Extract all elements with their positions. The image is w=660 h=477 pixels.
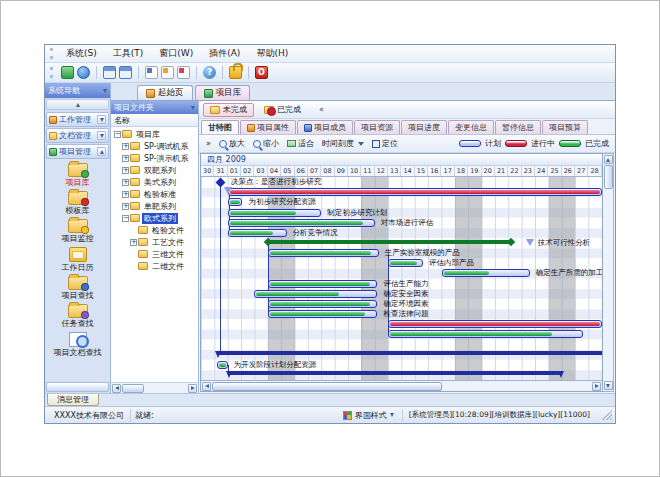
gantt-toolbar-缩小[interactable]: 缩小 bbox=[250, 137, 282, 150]
task-bar[interactable] bbox=[268, 300, 378, 308]
menubar-grip[interactable] bbox=[50, 48, 53, 59]
task-bar[interactable] bbox=[442, 269, 530, 277]
menu-item-系统(S)[interactable]: 系统(S) bbox=[58, 46, 105, 60]
scroll-thumb[interactable] bbox=[122, 384, 144, 393]
report-red-icon[interactable] bbox=[177, 66, 190, 79]
sidebar-item-项目库[interactable]: 项目库 bbox=[45, 161, 110, 189]
gantt-tab-变更信息[interactable]: 变更信息 bbox=[448, 120, 494, 134]
sidebar-item-项目查找[interactable]: 项目查找 bbox=[45, 274, 110, 302]
tree-node-工艺文件[interactable]: +工艺文件 bbox=[111, 236, 198, 248]
gantt-toolbar-定位[interactable]: 定位 bbox=[369, 137, 401, 150]
tree-node-欧式系列[interactable]: −欧式系列 bbox=[111, 212, 198, 224]
task-bar[interactable] bbox=[268, 310, 378, 318]
sidebar-collapsed-section[interactable] bbox=[46, 382, 109, 392]
gantt-tab-项目进度[interactable]: 项目进度 bbox=[401, 120, 447, 134]
tree-node-美式系列[interactable]: +美式系列 bbox=[111, 176, 198, 188]
gantt-toolbar-时间刻度[interactable]: 时间刻度 bbox=[319, 137, 367, 150]
filter-button-未完成[interactable]: 未完成 bbox=[203, 103, 254, 117]
menu-item-窗口(W)[interactable]: 窗口(W) bbox=[151, 46, 201, 60]
gantt-tab-甘特图[interactable]: 甘特图 bbox=[201, 120, 239, 134]
section-toggle-button[interactable] bbox=[97, 115, 106, 124]
sidebar-section-工作管理[interactable]: 工作管理 bbox=[46, 112, 109, 127]
exit-icon[interactable] bbox=[255, 66, 268, 79]
task-bar[interactable] bbox=[228, 188, 602, 196]
task-bar[interactable] bbox=[268, 280, 378, 288]
gantt-vertical-scrollbar[interactable] bbox=[603, 153, 614, 392]
report-orange-icon[interactable] bbox=[161, 66, 174, 79]
task-bar[interactable] bbox=[228, 219, 375, 227]
scroll-right-button[interactable] bbox=[188, 384, 197, 393]
completed-summary-bar[interactable] bbox=[268, 240, 511, 244]
expand-icon[interactable]: + bbox=[122, 143, 129, 150]
tree-horizontal-scrollbar[interactable] bbox=[111, 382, 198, 393]
doc-tab-起始页[interactable]: 起始页 bbox=[137, 85, 193, 100]
task-bar[interactable] bbox=[388, 259, 423, 267]
gantt-tab-暂停信息[interactable]: 暂停信息 bbox=[495, 120, 541, 134]
ui-style-button[interactable]: 界面样式 bbox=[339, 410, 398, 421]
menu-item-帮助(H)[interactable]: 帮助(H) bbox=[248, 46, 296, 60]
window-tile-icon[interactable] bbox=[119, 66, 132, 79]
gantt-tab-项目资源[interactable]: 项目资源 bbox=[354, 120, 400, 134]
sidebar-scroll-up-button[interactable] bbox=[46, 99, 109, 110]
scroll-up-button[interactable] bbox=[604, 155, 613, 164]
scroll-left-button[interactable] bbox=[112, 384, 121, 393]
tab-message-management[interactable]: 消息管理 bbox=[47, 394, 99, 406]
milestone-marker[interactable] bbox=[216, 177, 226, 187]
sidebar-collapse-icon[interactable] bbox=[103, 89, 107, 93]
resize-grip[interactable] bbox=[602, 410, 612, 420]
scroll-thumb[interactable] bbox=[604, 165, 613, 189]
tree-node-检验文件[interactable]: 检验文件 bbox=[111, 224, 198, 236]
task-bar[interactable] bbox=[217, 361, 228, 369]
task-bar[interactable] bbox=[228, 209, 322, 217]
gantt-tab-项目预算[interactable]: 项目预算 bbox=[542, 120, 588, 134]
expand-icon[interactable]: + bbox=[122, 191, 129, 198]
tree-node-SP-演示机系[interactable]: +SP-演示机系 bbox=[111, 152, 198, 164]
task-bar[interactable] bbox=[228, 229, 287, 237]
lock-icon[interactable] bbox=[229, 66, 242, 79]
scroll-right-button[interactable] bbox=[592, 382, 601, 391]
section-toggle-button[interactable] bbox=[97, 131, 106, 140]
collapse-icon[interactable]: − bbox=[114, 131, 121, 138]
summary-bar[interactable] bbox=[217, 351, 602, 355]
report-blue-icon[interactable] bbox=[145, 66, 158, 79]
tree-node-三维文件[interactable]: 三维文件 bbox=[111, 248, 198, 260]
tree-node-单靶系列[interactable]: +单靶系列 bbox=[111, 200, 198, 212]
window-cascade-icon[interactable] bbox=[103, 66, 116, 79]
tree-node-检验标准[interactable]: +检验标准 bbox=[111, 188, 198, 200]
tree-node-项目库[interactable]: −项目库 bbox=[111, 128, 198, 140]
expand-icon[interactable]: + bbox=[122, 179, 129, 186]
task-bar[interactable] bbox=[228, 198, 243, 206]
toolbar-grip[interactable] bbox=[50, 67, 53, 78]
toolbar-overflow-button[interactable]: » bbox=[203, 138, 214, 149]
expand-icon[interactable]: + bbox=[122, 203, 129, 210]
sidebar-item-任务查找[interactable]: 任务查找 bbox=[45, 302, 110, 330]
globe-icon[interactable] bbox=[77, 66, 90, 79]
expand-icon[interactable]: + bbox=[130, 239, 137, 246]
doc-tab-项目库[interactable]: 项目库 bbox=[195, 85, 251, 100]
scroll-down-button[interactable] bbox=[604, 381, 613, 390]
scroll-thumb[interactable] bbox=[212, 382, 442, 391]
sidebar-section-文档管理[interactable]: 文档管理 bbox=[46, 128, 109, 143]
scroll-left-button[interactable] bbox=[202, 382, 211, 391]
filter-overflow-button[interactable]: « bbox=[319, 105, 324, 114]
expand-icon[interactable]: + bbox=[122, 155, 129, 162]
section-toggle-button[interactable] bbox=[97, 147, 106, 156]
sidebar-item-项目文档查找[interactable]: 项目文档查找 bbox=[45, 330, 110, 359]
tree-node-二维文件[interactable]: 二维文件 bbox=[111, 260, 198, 272]
task-bar[interactable] bbox=[388, 320, 602, 328]
filter-button-已完成[interactable]: 已完成 bbox=[257, 103, 308, 117]
gantt-horizontal-scrollbar[interactable] bbox=[201, 380, 602, 391]
gantt-tab-项目成员[interactable]: 项目成员 bbox=[297, 120, 353, 134]
menu-item-插件(A)[interactable]: 插件(A) bbox=[201, 46, 248, 60]
collapse-icon[interactable]: − bbox=[122, 215, 129, 222]
tree-column-header[interactable]: 名称 bbox=[111, 114, 198, 127]
sidebar-section-项目管理[interactable]: 项目管理 bbox=[46, 144, 109, 159]
menu-item-工具(T)[interactable]: 工具(T) bbox=[105, 46, 152, 60]
task-bar[interactable] bbox=[268, 249, 379, 257]
gantt-toolbar-放大[interactable]: 放大 bbox=[216, 137, 248, 150]
app-icon[interactable] bbox=[61, 66, 74, 79]
tree-panel-collapse-icon[interactable] bbox=[191, 106, 195, 110]
sidebar-item-工作日历[interactable]: 工作日历 bbox=[45, 245, 110, 274]
sidebar-item-项目监控[interactable]: 项目监控 bbox=[45, 217, 110, 245]
gantt-tab-项目属性[interactable]: 项目属性 bbox=[240, 120, 296, 134]
